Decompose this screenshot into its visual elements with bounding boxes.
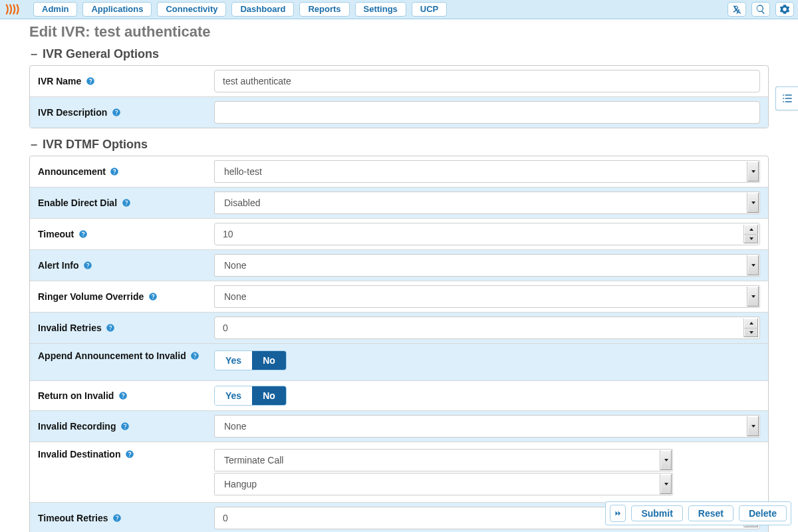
chevron-down-icon — [747, 416, 759, 436]
yes-button[interactable]: Yes — [215, 386, 252, 405]
ringer-volume-select[interactable]: None — [214, 285, 760, 308]
nav-dashboard[interactable]: Dashboard — [231, 2, 294, 17]
spinner-buttons[interactable] — [743, 319, 758, 337]
label-ivr-name: IVR Name — [38, 76, 214, 86]
nav-ucp[interactable]: UCP — [412, 2, 447, 17]
alert-info-select[interactable]: None — [214, 254, 760, 277]
help-icon[interactable] — [106, 323, 116, 333]
page-body: Edit IVR: test authenticate − IVR Genera… — [0, 19, 798, 532]
reset-button[interactable]: Reset — [688, 505, 733, 521]
invalid-retries-input[interactable] — [214, 317, 760, 339]
yes-button[interactable]: Yes — [215, 351, 252, 370]
row-append-announce-invalid: Append Announcement to Invalid Yes No — [30, 344, 768, 381]
chevron-down-icon — [660, 450, 672, 470]
side-list-tab[interactable] — [775, 86, 798, 110]
row-ivr-name: IVR Name — [30, 66, 768, 97]
nav-settings[interactable]: Settings — [355, 2, 406, 17]
language-button[interactable] — [728, 2, 746, 17]
row-invalid-retries: Invalid Retries — [30, 313, 768, 344]
row-invalid-destination: Invalid Destination Terminate Call Hangu… — [30, 442, 768, 503]
help-icon[interactable] — [124, 450, 134, 460]
panel-dtmf: Announcement hello-test Enable Direct Di… — [29, 156, 769, 532]
no-button[interactable]: No — [252, 386, 286, 405]
no-button[interactable]: No — [252, 351, 286, 370]
section-general-header[interactable]: − IVR General Options — [29, 47, 769, 61]
help-icon[interactable] — [82, 261, 92, 271]
row-ivr-description: IVR Description — [30, 97, 768, 128]
chevron-down-icon — [747, 162, 759, 182]
direct-dial-select[interactable]: Disabled — [214, 192, 760, 214]
search-button[interactable] — [751, 2, 770, 17]
settings-button[interactable] — [775, 2, 794, 17]
submit-button[interactable]: Submit — [631, 505, 682, 521]
list-icon — [781, 92, 794, 105]
chevron-down-icon — [747, 255, 759, 275]
nav-admin[interactable]: Admin — [33, 2, 77, 17]
nav-reports[interactable]: Reports — [299, 2, 349, 17]
language-icon — [732, 4, 742, 15]
spinner-buttons[interactable] — [743, 225, 758, 243]
help-icon[interactable] — [78, 229, 88, 239]
collapse-icon: − — [29, 140, 39, 150]
timeout-input[interactable] — [214, 223, 760, 245]
row-alert-info: Alert Info None — [30, 250, 768, 281]
invalid-destination-secondary-select[interactable]: Hangup — [214, 473, 673, 495]
return-on-invalid-toggle: Yes No — [214, 386, 287, 406]
announcement-select[interactable]: hello-test — [214, 160, 760, 183]
delete-button[interactable]: Delete — [739, 505, 787, 521]
invalid-destination-primary-select[interactable]: Terminate Call — [214, 449, 673, 471]
row-timeout: Timeout — [30, 219, 768, 250]
page-title: Edit IVR: test authenticate — [29, 23, 769, 41]
label-ivr-description: IVR Description — [38, 107, 214, 118]
nav-right — [728, 2, 794, 17]
search-icon — [755, 4, 766, 15]
help-icon[interactable] — [118, 391, 128, 401]
help-icon[interactable] — [110, 167, 120, 177]
gear-icon — [779, 4, 790, 15]
row-return-on-invalid: Return on Invalid Yes No — [30, 381, 768, 411]
ivr-name-input[interactable] — [214, 70, 760, 92]
collapse-icon: − — [29, 50, 39, 59]
invalid-recording-select[interactable]: None — [214, 415, 760, 438]
help-icon[interactable] — [112, 513, 122, 523]
panel-general: IVR Name IVR Description — [29, 65, 769, 128]
row-direct-dial: Enable Direct Dial Disabled — [30, 188, 768, 219]
brand-icon — [5, 2, 25, 17]
brand-logo — [4, 1, 27, 17]
help-icon[interactable] — [111, 108, 121, 118]
help-icon[interactable] — [121, 198, 131, 208]
nav-connectivity[interactable]: Connectivity — [157, 2, 226, 17]
append-announce-invalid-toggle: Yes No — [214, 350, 287, 370]
help-icon[interactable] — [190, 351, 200, 361]
section-dtmf-header[interactable]: − IVR DTMF Options — [29, 138, 769, 152]
help-icon[interactable] — [120, 422, 130, 432]
help-icon[interactable] — [148, 292, 158, 302]
top-nav: Admin Applications Connectivity Dashboar… — [0, 0, 798, 19]
footer-actions: Submit Reset Delete — [605, 501, 791, 525]
ivr-description-input[interactable] — [214, 101, 760, 124]
footer-collapse-button[interactable] — [610, 505, 626, 522]
row-ringer-volume: Ringer Volume Override None — [30, 281, 768, 313]
section-dtmf-title: IVR DTMF Options — [43, 138, 148, 152]
help-icon[interactable] — [85, 76, 95, 86]
chevron-down-icon — [747, 287, 759, 307]
chevron-down-icon — [747, 193, 759, 213]
section-general-title: IVR General Options — [43, 47, 159, 61]
row-announcement: Announcement hello-test — [30, 156, 768, 188]
chevron-right-double-icon — [613, 509, 622, 518]
row-invalid-recording: Invalid Recording None — [30, 411, 768, 442]
chevron-down-icon — [660, 474, 672, 494]
nav-applications[interactable]: Applications — [82, 2, 152, 17]
